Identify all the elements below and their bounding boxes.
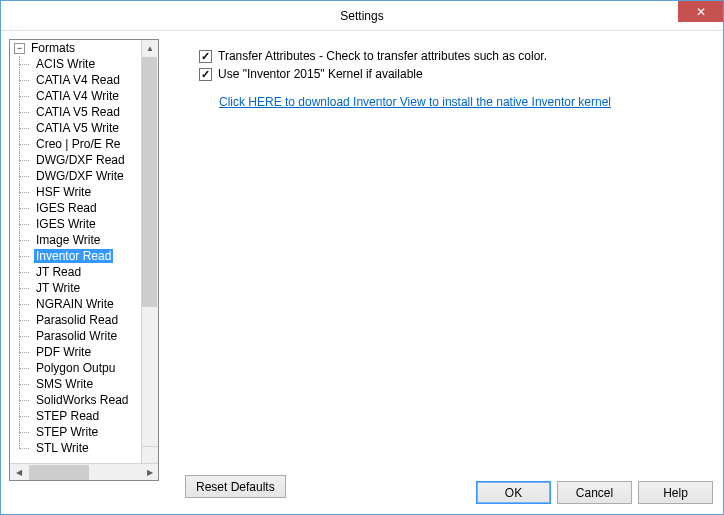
tree-item-label: DWG/DXF Read xyxy=(34,153,127,167)
titlebar: Settings ✕ xyxy=(1,1,723,31)
use-kernel-label: Use "Inventor 2015" Kernel if available xyxy=(218,67,423,81)
tree-item[interactable]: SolidWorks Read xyxy=(10,392,155,408)
tree-item[interactable]: IGES Write xyxy=(10,216,155,232)
use-kernel-row: Use "Inventor 2015" Kernel if available xyxy=(169,67,715,81)
tree-root-formats[interactable]: −Formats xyxy=(10,40,155,56)
tree-item[interactable]: Image Write xyxy=(10,232,155,248)
tree-item-label: Parasolid Write xyxy=(34,329,119,343)
tree-item-label: ACIS Write xyxy=(34,57,97,71)
tree-item-label: STEP Read xyxy=(34,409,101,423)
tree-item[interactable]: JT Read xyxy=(10,264,155,280)
tree-item[interactable]: ACIS Write xyxy=(10,56,155,72)
tree-item-label: Parasolid Read xyxy=(34,313,120,327)
tree-item-label: Creo | Pro/E Re xyxy=(34,137,122,151)
tree-collapse-icon[interactable]: − xyxy=(14,43,25,54)
tree-item-label: CATIA V4 Read xyxy=(34,73,122,87)
scroll-right-icon[interactable]: ▶ xyxy=(141,468,158,477)
tree-item[interactable]: Creo | Pro/E Re xyxy=(10,136,155,152)
help-button[interactable]: Help xyxy=(638,481,713,504)
tree-item-label: JT Read xyxy=(34,265,83,279)
transfer-attributes-label: Transfer Attributes - Check to transfer … xyxy=(218,49,547,63)
reset-defaults-button[interactable]: Reset Defaults xyxy=(185,475,286,498)
tree-vertical-scrollbar[interactable]: ▲ ▼ xyxy=(141,40,158,463)
tree-item[interactable]: JT Write xyxy=(10,280,155,296)
cancel-button[interactable]: Cancel xyxy=(557,481,632,504)
options-panel: Transfer Attributes - Check to transfer … xyxy=(169,39,715,506)
tree-item[interactable]: DWG/DXF Write xyxy=(10,168,155,184)
formats-tree-panel: −FormatsACIS WriteCATIA V4 ReadCATIA V4 … xyxy=(9,39,159,481)
tree-item-label: CATIA V5 Write xyxy=(34,121,121,135)
tree-item[interactable]: SMS Write xyxy=(10,376,155,392)
tree-root-label: Formats xyxy=(29,41,77,55)
tree-body: −FormatsACIS WriteCATIA V4 ReadCATIA V4 … xyxy=(10,40,158,463)
tree-item-label: IGES Read xyxy=(34,201,99,215)
close-icon: ✕ xyxy=(696,5,706,19)
download-inventor-link[interactable]: Click HERE to download Inventor View to … xyxy=(219,95,611,109)
tree-item-label: Image Write xyxy=(34,233,102,247)
use-kernel-checkbox[interactable] xyxy=(199,68,212,81)
tree-item[interactable]: STEP Read xyxy=(10,408,155,424)
tree-item[interactable]: CATIA V5 Write xyxy=(10,120,155,136)
transfer-attributes-row: Transfer Attributes - Check to transfer … xyxy=(169,49,715,63)
tree-item[interactable]: Inventor Read xyxy=(10,248,155,264)
tree-item[interactable]: CATIA V4 Read xyxy=(10,72,155,88)
ok-button[interactable]: OK xyxy=(476,481,551,504)
tree-item[interactable]: Parasolid Read xyxy=(10,312,155,328)
tree-item[interactable]: STEP Write xyxy=(10,424,155,440)
tree-item-label: DWG/DXF Write xyxy=(34,169,126,183)
tree-item[interactable]: IGES Read xyxy=(10,200,155,216)
tree-item-label: Inventor Read xyxy=(34,249,113,263)
tree-item[interactable]: DWG/DXF Read xyxy=(10,152,155,168)
tree-item-label: SMS Write xyxy=(34,377,95,391)
content-area: −FormatsACIS WriteCATIA V4 ReadCATIA V4 … xyxy=(1,31,723,514)
transfer-attributes-checkbox[interactable] xyxy=(199,50,212,63)
close-button[interactable]: ✕ xyxy=(678,1,723,22)
tree-item-label: STL Write xyxy=(34,441,91,455)
tree-item[interactable]: PDF Write xyxy=(10,344,155,360)
tree-item[interactable]: NGRAIN Write xyxy=(10,296,155,312)
tree-item-label: CATIA V4 Write xyxy=(34,89,121,103)
tree-item[interactable]: HSF Write xyxy=(10,184,155,200)
tree-item-label: CATIA V5 Read xyxy=(34,105,122,119)
tree-horizontal-scrollbar[interactable]: ◀ ▶ xyxy=(10,463,158,480)
tree-item-label: IGES Write xyxy=(34,217,98,231)
tree-item-label: NGRAIN Write xyxy=(34,297,116,311)
dialog-buttons: OK Cancel Help xyxy=(476,481,713,504)
scroll-track-vertical[interactable] xyxy=(142,307,158,446)
download-link-row: Click HERE to download Inventor View to … xyxy=(169,95,715,109)
tree-item[interactable]: Polygon Outpu xyxy=(10,360,155,376)
tree-item-label: SolidWorks Read xyxy=(34,393,130,407)
tree-item[interactable]: CATIA V5 Read xyxy=(10,104,155,120)
tree-item[interactable]: STL Write xyxy=(10,440,155,456)
scroll-left-icon[interactable]: ◀ xyxy=(10,468,27,477)
tree-item-label: HSF Write xyxy=(34,185,93,199)
tree-item-label: PDF Write xyxy=(34,345,93,359)
tree-item[interactable]: Parasolid Write xyxy=(10,328,155,344)
scroll-thumb-vertical[interactable] xyxy=(142,57,157,307)
settings-window: Settings ✕ −FormatsACIS WriteCATIA V4 Re… xyxy=(0,0,724,515)
scroll-corner xyxy=(141,446,158,463)
window-title: Settings xyxy=(340,9,383,23)
tree-item[interactable]: CATIA V4 Write xyxy=(10,88,155,104)
scroll-thumb-horizontal[interactable] xyxy=(29,465,89,480)
tree-item-label: JT Write xyxy=(34,281,82,295)
scroll-up-icon[interactable]: ▲ xyxy=(142,40,158,57)
tree-item-label: Polygon Outpu xyxy=(34,361,117,375)
tree-item-label: STEP Write xyxy=(34,425,100,439)
